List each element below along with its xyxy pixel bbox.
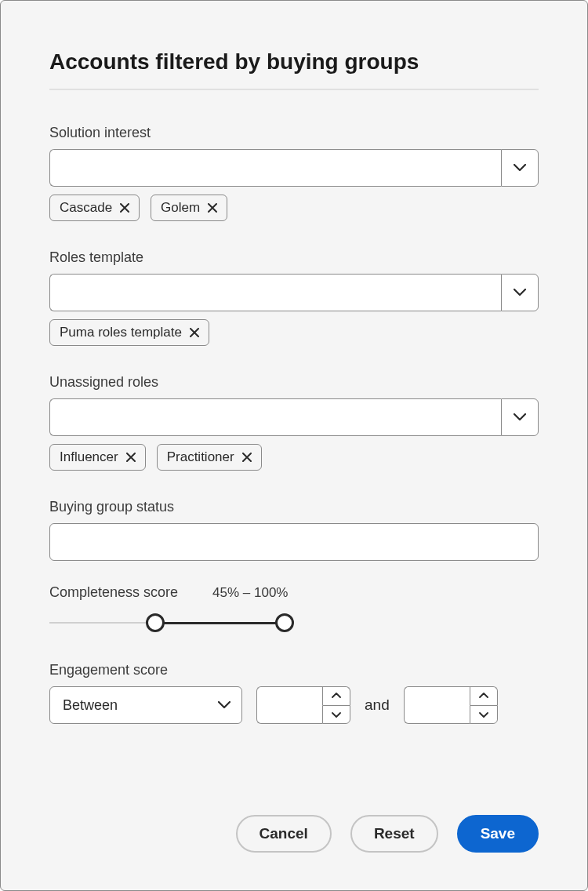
and-label: and <box>365 696 390 714</box>
chevron-down-icon <box>479 711 488 718</box>
unassigned-roles-dropdown-button[interactable] <box>501 398 539 436</box>
chip-label: Puma roles template <box>60 325 182 340</box>
completeness-score-label: Completeness score <box>49 584 178 601</box>
unassigned-roles-field: Unassigned roles Influencer Practitioner <box>49 374 539 471</box>
chevron-down-icon <box>332 711 341 718</box>
buying-group-status-input[interactable] <box>49 523 539 561</box>
divider <box>49 89 539 90</box>
completeness-score-value: 45% – 100% <box>212 585 288 601</box>
solution-interest-chips: Cascade Golem <box>49 195 539 221</box>
roles-template-input[interactable] <box>49 274 501 311</box>
engagement-value-b-input[interactable] <box>404 686 470 724</box>
close-icon[interactable] <box>242 453 252 462</box>
stepper-up-button[interactable] <box>322 686 350 705</box>
chip-label: Practitioner <box>167 449 234 465</box>
chip-label: Golem <box>161 200 200 216</box>
save-button[interactable]: Save <box>457 815 539 853</box>
engagement-score-field: Engagement score Between <box>49 662 539 724</box>
chevron-down-icon <box>514 164 526 172</box>
engagement-operator-value: Between <box>63 697 118 714</box>
chip: Puma roles template <box>49 319 209 346</box>
roles-template-field: Roles template Puma roles template <box>49 249 539 346</box>
roles-template-dropdown-button[interactable] <box>501 274 539 311</box>
close-icon[interactable] <box>190 328 199 337</box>
close-icon[interactable] <box>208 203 217 213</box>
unassigned-roles-chips: Influencer Practitioner <box>49 444 539 471</box>
roles-template-label: Roles template <box>49 249 539 266</box>
chip-label: Influencer <box>60 449 118 465</box>
engagement-score-label: Engagement score <box>49 662 539 678</box>
engagement-value-a-input[interactable] <box>256 686 322 724</box>
chevron-up-icon <box>332 693 341 699</box>
completeness-score-slider[interactable] <box>49 612 285 634</box>
close-icon[interactable] <box>126 453 136 462</box>
slider-handle-low[interactable] <box>146 613 165 632</box>
unassigned-roles-label: Unassigned roles <box>49 374 539 391</box>
chevron-down-icon <box>514 413 526 421</box>
slider-active-track <box>155 622 285 624</box>
completeness-score-field: Completeness score 45% – 100% <box>49 584 539 634</box>
unassigned-roles-input[interactable] <box>49 398 501 436</box>
page-title: Accounts filtered by buying groups <box>49 49 539 75</box>
engagement-value-b-stepper <box>404 686 498 724</box>
engagement-operator-select[interactable]: Between <box>49 686 242 724</box>
footer: Cancel Reset Save <box>49 790 539 853</box>
buying-group-status-field: Buying group status <box>49 499 539 561</box>
stepper-up-button[interactable] <box>470 686 498 705</box>
chip-label: Cascade <box>60 200 112 216</box>
solution-interest-label: Solution interest <box>49 125 539 141</box>
filter-panel: Accounts filtered by buying groups Solut… <box>0 0 588 891</box>
slider-handle-high[interactable] <box>275 613 294 632</box>
stepper-down-button[interactable] <box>470 705 498 725</box>
solution-interest-dropdown-button[interactable] <box>501 149 539 187</box>
engagement-value-a-stepper <box>256 686 350 724</box>
chevron-up-icon <box>479 693 488 699</box>
chip: Cascade <box>49 195 140 221</box>
chip: Influencer <box>49 444 146 471</box>
chevron-down-icon <box>514 289 526 296</box>
roles-template-chips: Puma roles template <box>49 319 539 346</box>
chevron-down-icon <box>218 701 230 709</box>
solution-interest-input[interactable] <box>49 149 501 187</box>
reset-button[interactable]: Reset <box>350 815 438 853</box>
solution-interest-combo <box>49 149 539 187</box>
close-icon[interactable] <box>120 203 129 213</box>
buying-group-status-label: Buying group status <box>49 499 539 515</box>
chip: Golem <box>151 195 227 221</box>
cancel-button[interactable]: Cancel <box>236 815 332 853</box>
roles-template-combo <box>49 274 539 311</box>
unassigned-roles-combo <box>49 398 539 436</box>
solution-interest-field: Solution interest Cascade Golem <box>49 125 539 221</box>
chip: Practitioner <box>157 444 262 471</box>
stepper-down-button[interactable] <box>322 705 350 725</box>
